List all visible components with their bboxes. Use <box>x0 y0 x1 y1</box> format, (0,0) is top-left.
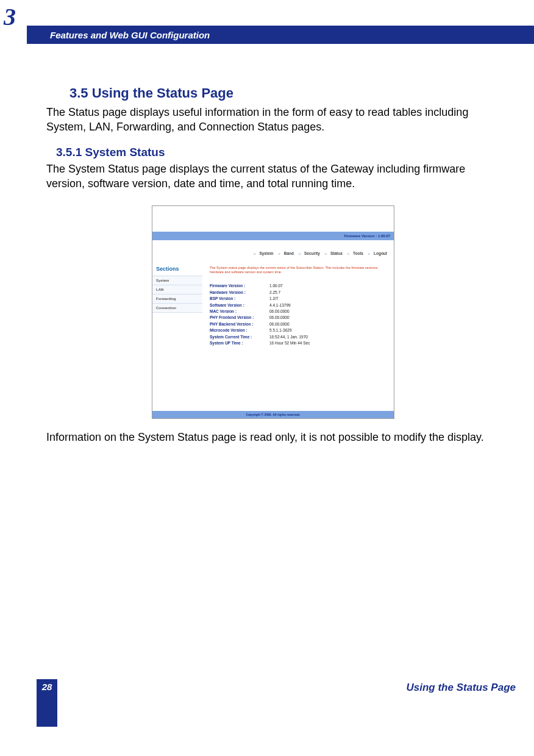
page-footer: 28 Using the Status Page <box>37 679 516 727</box>
screenshot-firmware-banner: Firmware Version : 1.00.07 <box>152 232 394 240</box>
header-title: Features and Web GUI Configuration <box>50 30 210 40</box>
status-key: System UP Time : <box>210 340 269 346</box>
status-key: System Current Time : <box>210 334 269 340</box>
sidebar-item-system[interactable]: System <box>152 276 202 285</box>
status-key: Firmware Version : <box>210 283 269 289</box>
status-row: MAC Version :06.00.0000 <box>210 308 389 315</box>
status-value: 16:52:44, 1 Jan. 1970 <box>269 334 308 340</box>
screenshot-body: Sections System LAN Forwarding Connectio… <box>152 265 394 411</box>
status-row: PHY Frontend Version :06.00.0000 <box>210 315 389 321</box>
status-row: Microcode Version :5.5.1.1-3629 <box>210 327 389 333</box>
sidebar-item-forwarding[interactable]: Forwarding <box>152 294 202 304</box>
status-key: Microcode Version : <box>210 327 269 333</box>
subsection-heading: 3.5.1 System Status <box>56 146 500 159</box>
status-key: PHY Backend Version : <box>210 321 269 327</box>
screenshot-nav-menu: ::System ::Band ::Security ::Status ::To… <box>152 240 394 265</box>
status-value: 1.00.07 <box>269 283 283 289</box>
status-value: 1.2/7 <box>269 296 278 302</box>
sidebar-item-connection[interactable]: Connection <box>152 303 202 313</box>
embedded-screenshot: Firmware Version : 1.00.07 ::System ::Ba… <box>152 205 394 419</box>
menu-item-logout[interactable]: Logout <box>374 251 387 255</box>
sidebar-item-lan[interactable]: LAN <box>152 285 202 294</box>
status-value: 06.00.0000 <box>269 308 290 315</box>
status-value: 4.4.1-13799 <box>269 302 291 308</box>
page-number: 28 <box>37 679 57 727</box>
menu-bullet-icon: :: <box>254 252 255 255</box>
status-row: PHY Backend Version :06.00.0000 <box>210 321 389 327</box>
status-row: System Current Time :16:52:44, 1 Jan. 19… <box>210 334 389 340</box>
closing-paragraph: Information on the System Status page is… <box>46 430 500 444</box>
status-row: Hardware Version :2.25.7 <box>210 290 389 296</box>
menu-item-security[interactable]: Security <box>304 251 320 255</box>
menu-item-status[interactable]: Status <box>330 251 343 255</box>
status-row: Software Version :4.4.1-13799 <box>210 302 389 308</box>
status-value: 16 Hour 52 Min 44 Sec <box>269 340 310 346</box>
menu-item-band[interactable]: Band <box>284 251 294 255</box>
status-key: Software Version : <box>210 302 269 308</box>
screenshot-copyright: Copyright © 2008. All rights reserved. <box>152 411 394 418</box>
screenshot-header-area: Firmware Version : 1.00.07 <box>152 206 394 240</box>
menu-bullet-icon: :: <box>299 252 301 255</box>
menu-bullet-icon: :: <box>278 252 280 255</box>
menu-item-system[interactable]: System <box>259 251 273 255</box>
status-key: MAC Version : <box>210 308 269 315</box>
menu-bullet-icon: :: <box>368 252 370 255</box>
header-bar: Features and Web GUI Configuration <box>27 26 534 44</box>
status-value: 06.00.0000 <box>269 315 290 321</box>
status-value: 06.00.0000 <box>269 321 290 327</box>
menu-item-tools[interactable]: Tools <box>353 251 363 255</box>
status-row: Firmware Version :1.00.07 <box>210 283 389 289</box>
subsection-intro: The System Status page displays the curr… <box>46 162 500 191</box>
screenshot-sidebar: Sections System LAN Forwarding Connectio… <box>152 265 202 411</box>
status-row: BSP Version :1.2/7 <box>210 296 389 302</box>
screenshot-main-panel: The System status page displays the curr… <box>202 265 394 411</box>
sidebar-title: Sections <box>152 265 202 276</box>
status-value: 5.5.1.1-3629 <box>269 327 292 333</box>
footer-section-title: Using the Status Page <box>407 679 516 694</box>
status-key: BSP Version : <box>210 296 269 302</box>
status-value: 2.25.7 <box>269 290 280 296</box>
status-key: PHY Frontend Version : <box>210 315 269 321</box>
status-row: System UP Time :16 Hour 52 Min 44 Sec <box>210 340 389 346</box>
chapter-number: 3 <box>4 2 16 31</box>
section-heading: 3.5 Using the Status Page <box>69 85 500 101</box>
screenshot-description: The System status page displays the curr… <box>210 266 389 274</box>
menu-bullet-icon: :: <box>325 252 327 255</box>
section-intro: The Status page displays useful informat… <box>46 105 500 135</box>
menu-bullet-icon: :: <box>347 252 349 255</box>
status-key: Hardware Version : <box>210 290 269 296</box>
page-content: 3.5 Using the Status Page The Status pag… <box>46 85 500 455</box>
